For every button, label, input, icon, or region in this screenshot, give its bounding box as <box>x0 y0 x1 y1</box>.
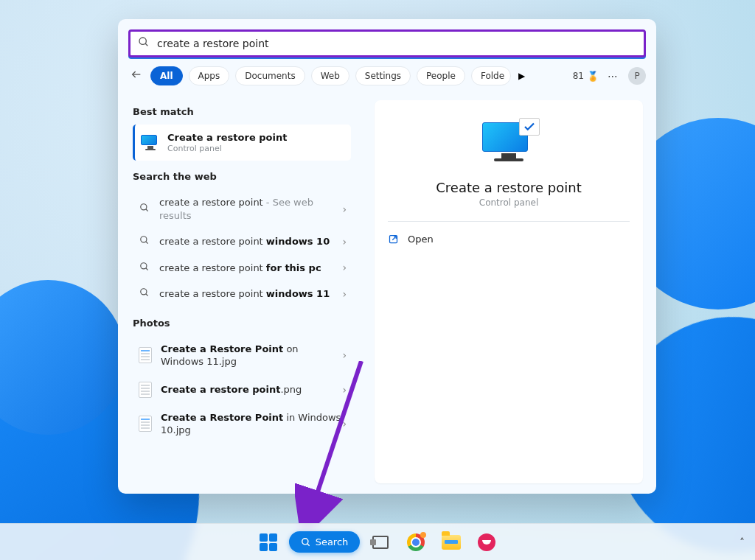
svg-line-4 <box>146 209 148 211</box>
filter-all[interactable]: All <box>150 66 183 85</box>
filter-row: All Apps Documents Web Settings People F… <box>118 57 656 90</box>
web-result[interactable]: create a restore point - See web results… <box>133 189 351 228</box>
photo-result[interactable]: Create a restore point.png › <box>133 375 351 405</box>
chevron-right-icon: › <box>342 262 347 273</box>
chevron-right-icon: › <box>342 418 347 430</box>
detail-title: Create a restore point <box>436 180 582 195</box>
taskbar: Search ˄ <box>0 523 755 560</box>
folder-icon <box>442 535 461 550</box>
app-button[interactable] <box>472 528 501 557</box>
svg-line-1 <box>145 43 147 46</box>
search-icon <box>139 262 150 274</box>
open-label: Open <box>408 234 434 245</box>
image-thumbnail-icon <box>139 382 152 398</box>
web-result[interactable]: create a restore point for this pc › <box>133 255 351 281</box>
search-box[interactable] <box>128 29 646 57</box>
filter-web[interactable]: Web <box>311 66 349 85</box>
photo-result[interactable]: Create a Restore Point in Windows 10.jpg… <box>133 405 351 444</box>
user-avatar[interactable]: P <box>628 67 646 85</box>
open-external-icon <box>388 234 399 245</box>
chrome-icon <box>407 533 425 551</box>
best-match-title: Create a restore point <box>167 132 342 143</box>
best-match-subtitle: Control panel <box>167 144 342 153</box>
svg-point-5 <box>141 237 147 242</box>
medal-icon: 🏅 <box>587 71 599 82</box>
web-result[interactable]: create a restore point windows 10 › <box>133 228 351 255</box>
monitor-icon <box>141 135 160 151</box>
svg-line-8 <box>146 268 148 270</box>
web-result[interactable]: create a restore point windows 11 › <box>133 281 351 307</box>
task-view-button[interactable] <box>366 528 395 557</box>
rewards-points[interactable]: 81 🏅 <box>573 71 599 82</box>
show-hidden-icons-icon[interactable]: ˄ <box>740 536 745 548</box>
search-panel: All Apps Documents Web Settings People F… <box>118 19 656 494</box>
taskbar-search-button[interactable]: Search <box>289 531 361 553</box>
taskbar-search-label: Search <box>316 536 349 547</box>
points-value: 81 <box>573 71 584 81</box>
svg-line-6 <box>146 242 148 244</box>
chevron-right-icon: › <box>342 288 347 300</box>
search-icon <box>139 203 150 215</box>
more-options-icon[interactable]: ⋯ <box>608 70 619 82</box>
filters-more-icon[interactable]: ▶ <box>518 71 525 81</box>
filter-apps[interactable]: Apps <box>189 66 230 85</box>
file-explorer-button[interactable] <box>436 528 466 557</box>
search-icon <box>301 537 311 547</box>
svg-point-7 <box>141 263 147 269</box>
best-match-item[interactable]: Create a restore point Control panel <box>133 125 351 161</box>
image-thumbnail-icon <box>139 347 152 363</box>
svg-point-9 <box>141 289 147 295</box>
section-best-match: Best match <box>133 106 361 117</box>
filter-settings[interactable]: Settings <box>355 66 411 85</box>
chrome-button[interactable] <box>401 528 431 557</box>
open-action[interactable]: Open <box>375 222 643 256</box>
filter-documents[interactable]: Documents <box>235 66 305 85</box>
monitor-check-icon <box>482 122 535 167</box>
search-icon <box>138 36 150 51</box>
chevron-right-icon: › <box>342 384 347 396</box>
svg-point-3 <box>141 204 147 210</box>
search-icon <box>139 235 150 248</box>
lips-icon <box>478 533 495 551</box>
windows-logo-icon <box>260 533 277 551</box>
filter-folders[interactable]: Folde <box>471 66 511 85</box>
image-thumbnail-icon <box>139 416 152 432</box>
back-icon[interactable] <box>128 69 145 83</box>
chevron-right-icon: › <box>342 203 347 215</box>
svg-point-12 <box>302 538 307 544</box>
svg-line-10 <box>146 294 148 296</box>
detail-subtitle: Control panel <box>479 197 538 208</box>
section-photos: Photos <box>133 318 361 329</box>
task-view-icon <box>372 536 389 549</box>
svg-point-0 <box>139 38 146 44</box>
detail-card: Create a restore point Control panel Ope… <box>375 100 643 483</box>
section-search-web: Search the web <box>133 171 361 182</box>
svg-line-13 <box>307 543 309 545</box>
chevron-right-icon: › <box>342 349 347 361</box>
results-pane: Best match Create a restore point Contro… <box>118 90 361 494</box>
search-input[interactable] <box>157 38 636 49</box>
chevron-right-icon: › <box>342 236 347 248</box>
start-button[interactable] <box>254 528 283 557</box>
search-icon <box>139 287 150 300</box>
filter-people[interactable]: People <box>417 66 465 85</box>
photo-result[interactable]: Create a Restore Point on Windows 11.jpg… <box>133 336 351 375</box>
